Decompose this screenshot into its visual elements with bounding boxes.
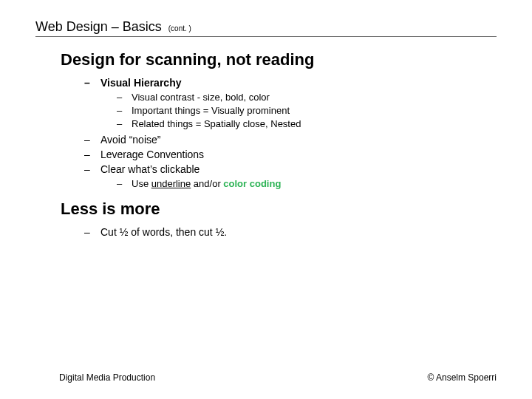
list-item: Important things = Visually prominent: [132, 105, 497, 116]
sub-list: Visual contrast - size, bold, color Impo…: [100, 92, 497, 129]
list-item: Leverage Conventions: [100, 149, 497, 160]
list-item: Visual Hierarchy Visual contrast - size,…: [100, 77, 497, 129]
list-item: Cut ½ of words, then cut ½.: [100, 226, 497, 238]
list-item: Related things = Spatially close, Nested: [132, 118, 497, 129]
list-item: Use underline and/or color coding: [132, 178, 497, 189]
list-item-label: Visual Hierarchy: [100, 77, 181, 89]
footer-left: Digital Media Production: [59, 372, 155, 383]
color-coded-text: color coding: [223, 178, 281, 189]
footer-right: © Anselm Spoerri: [427, 372, 497, 383]
bullet-list: Cut ½ of words, then cut ½.: [61, 226, 497, 238]
slide-header: Web Design – Basics (cont. ): [35, 19, 497, 37]
bullet-list: Visual Hierarchy Visual contrast - size,…: [61, 77, 497, 189]
header-title: Web Design – Basics: [35, 19, 162, 34]
slide: Web Design – Basics (cont. ) Design for …: [0, 0, 532, 399]
list-item: Clear what’s clickable Use underline and…: [100, 163, 497, 189]
text: Use: [132, 178, 151, 189]
section-heading: Less is more: [61, 200, 497, 219]
sub-list: Use underline and/or color coding: [100, 178, 497, 189]
text: and/or: [191, 178, 223, 189]
list-item: Avoid “noise”: [100, 134, 497, 146]
underline-text: underline: [151, 178, 191, 189]
section-heading: Design for scanning, not reading: [61, 50, 497, 69]
slide-footer: Digital Media Production © Anselm Spoerr…: [0, 372, 532, 383]
slide-content: Design for scanning, not reading Visual …: [35, 50, 497, 238]
header-cont: (cont. ): [168, 24, 191, 33]
list-item: Visual contrast - size, bold, color: [132, 92, 497, 103]
list-item-label: Clear what’s clickable: [100, 163, 200, 175]
